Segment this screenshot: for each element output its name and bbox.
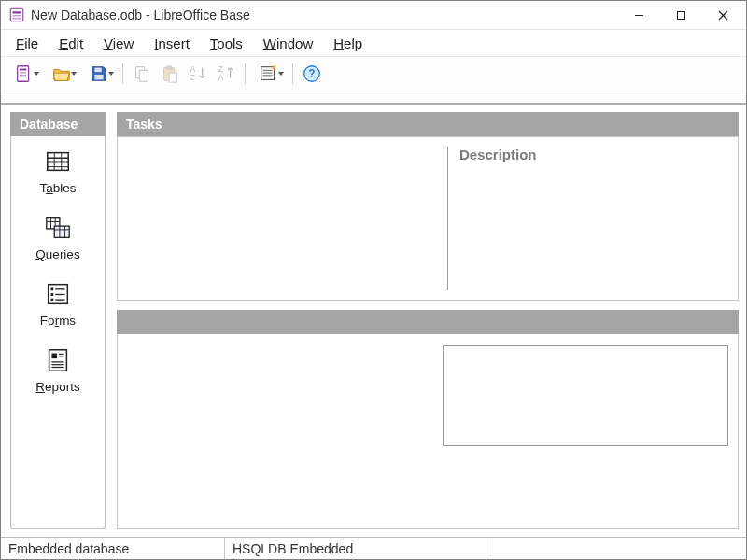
titlebar: New Database.odb - LibreOffice Base bbox=[1, 1, 746, 30]
database-panel-header: Database bbox=[10, 112, 106, 136]
svg-rect-47 bbox=[51, 293, 54, 296]
objects-panel-body bbox=[117, 334, 739, 529]
svg-rect-18 bbox=[169, 73, 176, 82]
menubar: File Edit View Insert Tools Window Help bbox=[1, 30, 746, 56]
description-label: Description bbox=[459, 147, 726, 162]
svg-rect-12 bbox=[94, 68, 101, 73]
svg-rect-52 bbox=[51, 354, 57, 359]
sidebar-item-label: Tables bbox=[39, 181, 76, 195]
sidebar-item-queries[interactable]: Queries bbox=[16, 208, 100, 263]
svg-rect-30 bbox=[48, 153, 69, 171]
sort-desc-button: ZA bbox=[213, 61, 239, 87]
menu-view[interactable]: View bbox=[94, 32, 143, 55]
tasks-list bbox=[118, 137, 447, 300]
reports-icon bbox=[44, 346, 72, 374]
open-button[interactable] bbox=[44, 61, 79, 87]
svg-rect-5 bbox=[678, 11, 685, 19]
objects-panel bbox=[117, 310, 739, 529]
database-panel-body: Tables Queries Forms Reports bbox=[10, 136, 106, 529]
objects-panel-header bbox=[117, 310, 739, 334]
preview-box bbox=[443, 345, 728, 446]
tasks-panel: Tasks Description bbox=[117, 112, 739, 301]
copy-button bbox=[129, 61, 155, 87]
svg-rect-40 bbox=[54, 226, 69, 237]
database-panel: Database Tables Queries Forms bbox=[10, 112, 106, 529]
sidebar-item-label: Queries bbox=[35, 247, 79, 261]
menu-edit[interactable]: Edit bbox=[49, 32, 92, 55]
help-button[interactable]: ? bbox=[299, 61, 325, 87]
svg-rect-15 bbox=[139, 70, 148, 81]
tasks-panel-body: Description bbox=[117, 136, 739, 301]
svg-rect-2 bbox=[13, 15, 21, 17]
workspace: Database Tables Queries Forms bbox=[1, 105, 746, 537]
sort-asc-button: AZ bbox=[185, 61, 211, 87]
svg-rect-9 bbox=[20, 69, 26, 71]
sidebar-item-label: Forms bbox=[40, 314, 76, 328]
toolbar-separator bbox=[245, 63, 246, 84]
status-db-engine: HSQLDB Embedded bbox=[225, 538, 486, 559]
svg-point-27 bbox=[275, 65, 276, 67]
right-column: Tasks Description bbox=[117, 112, 739, 529]
app-icon bbox=[8, 7, 25, 23]
new-document-button[interactable] bbox=[7, 61, 42, 87]
tasks-panel-header: Tasks bbox=[117, 112, 739, 136]
tables-icon bbox=[44, 147, 72, 175]
menu-help[interactable]: Help bbox=[324, 32, 372, 55]
paste-button bbox=[157, 61, 183, 87]
toolbar: AZ ZA ? bbox=[1, 56, 746, 91]
svg-rect-8 bbox=[18, 66, 29, 82]
sidebar-item-label: Reports bbox=[35, 380, 79, 394]
tasks-description: Description bbox=[448, 137, 738, 300]
sidebar-item-tables[interactable]: Tables bbox=[16, 142, 100, 197]
menu-file[interactable]: File bbox=[7, 32, 48, 55]
svg-text:Z: Z bbox=[190, 74, 195, 82]
form-wizard-button[interactable] bbox=[251, 61, 287, 87]
window-title: New Database.odb - LibreOffice Base bbox=[31, 7, 250, 22]
sidebar-item-forms[interactable]: Forms bbox=[16, 274, 100, 329]
svg-text:?: ? bbox=[308, 67, 315, 80]
svg-text:A: A bbox=[190, 65, 196, 74]
save-button[interactable] bbox=[81, 61, 117, 87]
svg-rect-1 bbox=[13, 11, 21, 13]
sidebar-item-reports[interactable]: Reports bbox=[16, 341, 100, 396]
svg-rect-3 bbox=[13, 18, 21, 20]
toolbar-separator bbox=[292, 63, 293, 84]
svg-rect-49 bbox=[51, 299, 54, 301]
menu-tools[interactable]: Tools bbox=[201, 32, 252, 55]
menu-window[interactable]: Window bbox=[254, 32, 322, 55]
forms-icon bbox=[44, 280, 72, 308]
svg-text:Z: Z bbox=[218, 65, 223, 74]
svg-rect-11 bbox=[20, 75, 26, 76]
svg-text:A: A bbox=[218, 74, 224, 82]
status-empty bbox=[486, 538, 746, 559]
maximize-button[interactable] bbox=[660, 2, 702, 29]
status-db-type: Embedded database bbox=[1, 538, 225, 559]
svg-rect-17 bbox=[166, 66, 172, 70]
svg-rect-10 bbox=[20, 72, 26, 73]
queries-icon bbox=[44, 214, 72, 242]
statusbar: Embedded database HSQLDB Embedded bbox=[1, 537, 746, 559]
divider bbox=[1, 91, 746, 105]
minimize-button[interactable] bbox=[618, 2, 660, 29]
toolbar-separator bbox=[122, 63, 123, 84]
menu-insert[interactable]: Insert bbox=[145, 32, 199, 55]
close-button[interactable] bbox=[702, 2, 744, 29]
svg-rect-45 bbox=[51, 287, 54, 290]
svg-rect-13 bbox=[94, 75, 103, 80]
